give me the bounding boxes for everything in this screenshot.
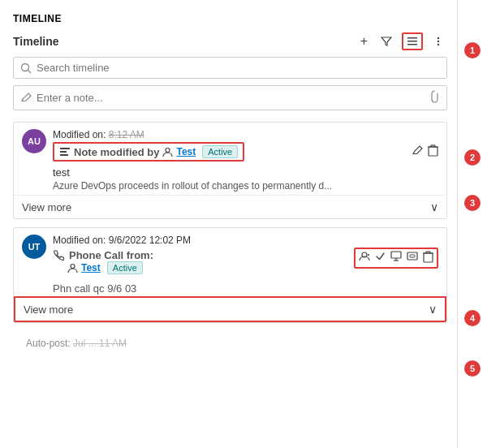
phone-from-label: Phone Call from:	[69, 249, 153, 261]
timeline-label: Timeline	[13, 35, 59, 48]
chevron-down-icon-2: ∨	[429, 303, 437, 316]
modified-on-2: Modified on: 9/6/2022 12:02 PM	[53, 235, 438, 246]
svg-rect-2	[407, 44, 417, 45]
phone-card: UT Modified on: 9/6/2022 12:02 PM Phone …	[13, 227, 447, 323]
svg-point-6	[22, 63, 29, 71]
note-card: AU Modified on: 8:12 AM Not	[13, 122, 447, 219]
section-title: TIMELINE	[13, 13, 457, 24]
view-more-button-2[interactable]: View more ∨	[14, 296, 446, 322]
note-title: test	[53, 166, 438, 179]
svg-rect-10	[60, 151, 67, 153]
note-modified-label: Note modified by	[74, 146, 159, 158]
callout-1: 1	[464, 42, 481, 58]
filter-button[interactable]	[377, 34, 395, 49]
svg-point-4	[437, 41, 439, 42]
svg-rect-27	[424, 253, 433, 262]
callout-3: 3	[464, 195, 481, 211]
svg-point-3	[437, 37, 439, 39]
note-card-header: AU Modified on: 8:12 AM Not	[14, 123, 446, 165]
more-button[interactable]	[429, 34, 447, 49]
callout-5: 5	[464, 360, 481, 377]
test-user-link[interactable]: Test	[176, 146, 196, 157]
phone-call-note: Phn call qc 9/6 03	[14, 281, 446, 296]
view-more-label-1: View more	[22, 201, 71, 213]
view-more-label-2: View more	[24, 304, 73, 316]
note-card-actions	[412, 144, 438, 159]
phone-call-section: Phone Call from: Test Active	[53, 248, 162, 278]
chevron-down-icon-1: ∨	[430, 200, 438, 213]
phone-actions-outlined	[354, 248, 438, 269]
note-card-meta: Modified on: 8:12 AM Note modified by	[53, 129, 438, 162]
svg-rect-11	[60, 154, 68, 156]
timeline-actions: +	[357, 32, 447, 50]
screen-icon[interactable]	[407, 251, 418, 265]
search-bar	[13, 57, 447, 79]
avatar: AU	[22, 129, 46, 153]
note-input[interactable]	[37, 92, 429, 104]
active-badge: Active	[202, 145, 238, 158]
avatar-ut: UT	[22, 235, 46, 259]
modified-on: Modified on: 8:12 AM	[53, 129, 438, 140]
svg-line-7	[28, 70, 32, 73]
svg-rect-0	[407, 37, 417, 39]
phone-user-row: Test Active	[53, 261, 153, 274]
attach-icon[interactable]	[429, 90, 440, 106]
svg-rect-9	[60, 148, 70, 149]
computer-icon[interactable]	[390, 251, 402, 265]
delete-icon[interactable]	[428, 144, 438, 159]
delete-icon-2[interactable]	[423, 251, 433, 265]
list-view-button[interactable]	[402, 32, 423, 50]
phone-user-link[interactable]: Test	[81, 262, 101, 274]
search-input[interactable]	[37, 62, 440, 74]
svg-rect-26	[410, 255, 415, 257]
note-card-body: test Azure DevOps proceeds in rollout of…	[14, 165, 446, 195]
timeline-header: Timeline +	[13, 32, 457, 50]
svg-rect-13	[429, 147, 437, 156]
svg-rect-1	[407, 41, 417, 42]
assign-icon[interactable]	[359, 251, 370, 265]
callout-4: 4	[464, 310, 481, 326]
svg-point-12	[166, 148, 170, 152]
user-icon-2	[67, 263, 78, 274]
pencil-icon	[20, 93, 32, 104]
add-button[interactable]: +	[357, 32, 371, 50]
phone-card-header: UT Modified on: 9/6/2022 12:02 PM Phone …	[14, 228, 446, 281]
phone-icon	[53, 249, 64, 261]
svg-rect-25	[407, 252, 417, 260]
svg-rect-22	[391, 252, 401, 258]
view-more-button-1[interactable]: View more ∨	[14, 195, 446, 218]
svg-point-18	[71, 264, 75, 268]
right-sidebar: 1 2 3 4 5	[458, 0, 487, 448]
edit-icon[interactable]	[412, 145, 423, 159]
note-input-bar	[13, 85, 447, 110]
search-icon	[20, 62, 32, 74]
user-icon	[162, 147, 173, 157]
check-icon[interactable]	[375, 251, 386, 265]
callout-2: 2	[464, 149, 481, 166]
note-preview: Azure DevOps proceeds in rollout of chan…	[53, 180, 438, 192]
phone-card-meta: Modified on: 9/6/2022 12:02 PM Phone Cal…	[53, 235, 438, 278]
active-badge-2: Active	[107, 261, 143, 274]
phone-row: Phone Call from:	[53, 249, 153, 261]
auto-post: Auto-post: Jul ... 11 AM	[13, 331, 457, 349]
note-row-outlined: Note modified by Test Active	[53, 142, 244, 162]
note-modified-icon	[59, 147, 71, 157]
svg-point-5	[437, 44, 439, 45]
